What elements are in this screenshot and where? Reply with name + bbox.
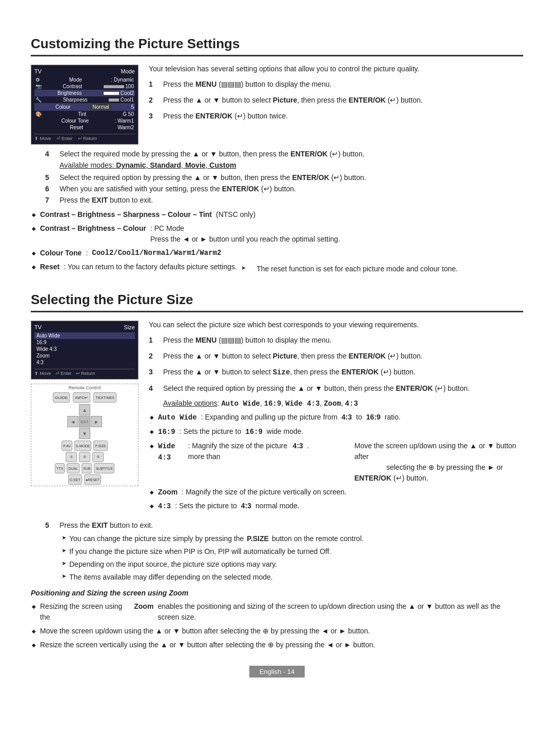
tip3: Depending on the input source, the pictu… [41,559,523,570]
tv-row-brightness: Brightness Cool2 [34,90,135,96]
tip2: If you change the picture size when PIP … [41,546,523,557]
tip4: The items available may differ depending… [41,572,523,583]
remote-guide-btn: GUIDE [53,392,70,403]
remote-control-image: Remote Control GUIDE INFO↵ TEXT/MIX ▲ ◄ … [31,384,138,486]
s2-step2: 2 Press the ▲ or ▼ button to select Pict… [149,351,523,362]
tv-screen-size: TV Size Auto Wide 16:9 Wide 4:3 Zoom 4:3… [31,321,138,380]
remote-subtitle-btn: SUBTITLE [94,463,114,473]
tip1: You can change the picture size simply b… [41,533,523,544]
remote-1-btn: ① [66,452,77,462]
zoom-bullet3: Resize the screen vertically using the ▲… [31,640,523,650]
remote-row-sub: TTX DUAL SUB SUBTITLE [55,463,114,473]
s2-step4: 4 Select the required option by pressing… [149,383,523,394]
bullet-contrast-pc: Contrast – Brightness – Colour : PC Mode… [31,223,523,245]
s2-step5: 5 Press the EXIT button to exit. [45,521,523,529]
remote-reset-btn: ●RESET [84,474,102,485]
section2-left: TV Size Auto Wide 16:9 Wide 4:3 Zoom 4:3… [31,321,138,516]
size-43: 4:3 [34,359,135,366]
section2-title: Selecting the Picture Size [31,292,523,312]
section2-intro: You can select the picture size which be… [149,321,523,329]
section2-tips: You can change the picture size simply b… [41,533,523,583]
section1-steps: 1 Press the MENU (▤▤▤) button to display… [149,79,523,122]
section2-text: You can select the picture size which be… [149,321,523,516]
dpad-left: ◄ [67,416,78,427]
remote-info-btn: INFO↵ [73,392,90,403]
step4: 4 Select the required mode by pressing t… [45,150,523,158]
tv-row-tint: 🎨TintG 50 [34,111,135,117]
tv-label: TV [34,68,42,74]
size-wide43: Wide 4:3 [34,346,135,352]
tv-row-contrast: 📷Contrast 100 [34,83,135,90]
remote-psize-btn: P.SIZE [93,441,107,451]
size-option-bullets: Auto Wide: Expanding and pulling up the … [149,412,523,512]
remote-pav-btn: P.AV [62,441,72,451]
section1-intro: Your television has several setting opti… [149,65,523,73]
available-modes: Available modes: Dynamic, Standard, Movi… [45,161,523,169]
section2-step5-area: 5 Press the EXIT button to exit. [31,521,523,529]
zoom-bullet1: Resizing the screen using the Zoom enabl… [31,601,523,623]
zoom-section: Positioning and Sizing the screen using … [31,589,523,650]
remote-ttx-btn: TTX [55,463,65,473]
remote-2-btn: ② [79,452,90,462]
tv-row-mode: ⚙Mode: Dynamic [34,76,135,83]
page-footer: English - 14 [31,666,523,678]
dpad-enter: ENT [79,416,90,427]
tv-mode-label: Mode [121,68,135,74]
size-autowide: Auto Wide [34,332,135,339]
wide43-sub: Move the screen up/down using the ▲ or ▼… [313,441,523,484]
reset-sub: The reset function is set for each pictu… [241,264,458,274]
remote-row-pav: P.AV S.MODE P.SIZE [62,441,107,451]
tv-row-colourtone: Colour Tone: Warm1 [34,117,135,124]
tv-row-reset: ResetWarm2 [34,124,135,131]
dpad: ▲ ◄ ENT ► ▼ [67,404,102,439]
tv-screen-picture: TV Mode ⚙Mode: Dynamic 📷Contrast 100 Bri… [31,65,138,145]
s2-step3: 3 Press the ▲ or ▼ button to select Size… [149,367,523,378]
size-zoom: Zoom [34,352,135,359]
section1-title: Customizing the Picture Settings [31,36,523,56]
section1-bullets: Contrast – Brightness – Sharpness – Colo… [31,209,523,276]
remote-oset-btn: O.SET [68,474,82,485]
bullet-reset: Reset: You can return to the factory def… [31,262,523,276]
dpad-down: ▼ [79,428,90,439]
bullet-zoom: Zoom: Magnify the size of the picture ve… [149,487,523,498]
zoom-bullets: Resizing the screen using the Zoom enabl… [31,601,523,650]
step2: 2 Press the ▲ or ▼ button to select Pict… [149,95,523,106]
size-footer: ⬆ Move⏎ Enter↩ Return [34,369,135,376]
tv-row-sharpness: 🔧Sharpness Cool1 [34,96,135,103]
bullet-colourtone: Colour Tone: Cool2/Cool1/Normal/Warm1/Wa… [31,248,523,258]
remote-row-num: ① ② ③ [66,452,104,462]
section2-steps: 1 Press the MENU (▤▤▤) button to display… [149,335,523,394]
s2-step1: 1 Press the MENU (▤▤▤) button to display… [149,335,523,346]
remote-3-btn: ③ [92,452,104,462]
size-169: 16:9 [34,339,135,346]
section1-text: Your television has several setting opti… [149,65,523,145]
step6: 6 When you are satisfied with your setti… [45,185,523,193]
zoom-title: Positioning and Sizing the screen using … [31,589,523,597]
bullet-wide43: Wide 4:3: Magnify the size of the pictur… [149,441,523,484]
bullet-autowide: Auto Wide: Expanding and pulling up the … [149,412,523,423]
dpad-up: ▲ [79,404,90,415]
remote-dual-btn: DUAL [67,463,80,473]
remote-row-bottom: O.SET ●RESET [68,474,102,485]
remote-smode-btn: S.MODE [74,441,92,451]
step3: 3 Press the ENTER/OK (↵) button twice. [149,111,523,122]
available-options: Available options: Auto Wide, 16:9, Wide… [163,399,523,408]
footer-label: English - 14 [249,666,305,678]
dpad-right: ► [91,416,102,427]
zoom-bullet2: Move the screen up/down using the ▲ or ▼… [31,626,523,636]
remote-sub-btn: SUB [82,463,92,473]
tv-footer: ⬆ Move⏎ Enter↩ Return [34,134,135,141]
step7: 7 Press the EXIT button to exit. [45,196,523,204]
bullet-contrast-ntsc: Contrast – Brightness – Sharpness – Colo… [31,209,523,220]
step1: 1 Press the MENU (▤▤▤) button to display… [149,79,523,90]
bullet-169: 16:9: Sets the picture to 16:9 wide mode… [149,426,523,437]
step5: 5 Select the required option by pressing… [45,173,523,182]
tv-row-colour: ColourNormal5 [34,103,135,111]
remote-textmix-btn: TEXT/MIX [93,392,116,403]
bullet-43: 4:3: Sets the picture to 4:3 normal mode… [149,501,523,512]
